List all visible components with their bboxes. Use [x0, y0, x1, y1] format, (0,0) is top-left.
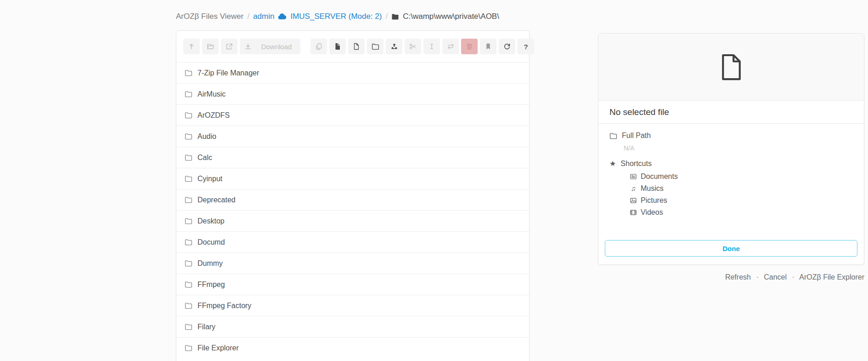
full-path-row: Full Path	[609, 132, 853, 140]
new-folder-button[interactable]	[367, 39, 383, 54]
delete-button[interactable]	[461, 39, 478, 54]
file-name: Cyinput	[197, 175, 222, 183]
file-row[interactable]: Documd	[176, 231, 529, 252]
refresh-button[interactable]	[499, 39, 515, 54]
copy-button[interactable]	[310, 39, 327, 54]
file-name: File Explorer	[197, 344, 239, 352]
file-name: Audio	[197, 132, 216, 141]
file-row[interactable]: FFmpeg	[176, 274, 529, 295]
shortcut-list: Documents ♫ Musics Pictures Videos	[630, 172, 853, 217]
file-row[interactable]: Desktop	[176, 210, 529, 231]
file-row[interactable]: FFmpeg Factory	[176, 295, 529, 316]
file-placeholder-icon	[720, 53, 743, 81]
file-name: ArOZDFS	[197, 111, 230, 120]
selection-heading: No selected file	[598, 101, 864, 124]
file-row[interactable]: Calc	[176, 147, 529, 168]
trash-icon	[466, 43, 473, 50]
shortcut-label: Pictures	[641, 195, 667, 205]
shortcut-pictures[interactable]: Pictures	[630, 195, 853, 205]
shortcut-videos[interactable]: Videos	[630, 207, 853, 217]
paste-button[interactable]	[329, 39, 346, 54]
folder-icon	[185, 196, 192, 203]
file-row[interactable]: Deprecated	[176, 189, 529, 210]
folder-icon	[185, 218, 192, 224]
breadcrumb: ArOZβ Files Viewer / admin IMUS_SERVER (…	[176, 12, 499, 21]
folder-icon	[609, 132, 617, 139]
breadcrumb-separator: /	[385, 12, 388, 21]
download-button[interactable]: Download	[240, 39, 300, 54]
external-link-icon	[225, 43, 233, 50]
full-path-value: N/A	[624, 144, 853, 152]
file-row[interactable]: AirMusic	[176, 83, 529, 104]
upload-button[interactable]	[386, 39, 402, 54]
footer-links: Refresh · Cancel · ArOZβ File Explorer	[598, 273, 864, 281]
cancel-link[interactable]: Cancel	[764, 273, 787, 281]
download-button-label: Download	[256, 43, 300, 51]
copy-icon	[315, 43, 322, 50]
folder-icon	[185, 175, 192, 182]
file-row[interactable]: Filary	[176, 316, 529, 337]
folder-icon	[185, 239, 192, 246]
breadcrumb-server-link[interactable]: IMUS_SERVER (Mode: 2)	[290, 12, 382, 21]
folder-icon	[185, 260, 192, 267]
music-icon: ♫	[630, 183, 637, 193]
star-icon: ★	[609, 159, 616, 168]
file-row[interactable]: Cyinput	[176, 168, 529, 189]
file-list: 7-Zip File Manager AirMusic ArOZDFS Audi…	[176, 62, 529, 358]
new-file-button[interactable]	[348, 39, 365, 54]
documents-icon	[630, 173, 637, 180]
file-name: Calc	[197, 154, 212, 162]
new-file-icon	[353, 43, 360, 50]
shortcut-label: Documents	[641, 172, 678, 181]
file-name: Desktop	[197, 217, 225, 225]
refresh-icon	[503, 43, 511, 50]
folder-icon	[185, 69, 192, 76]
cut-button[interactable]	[405, 39, 421, 54]
up-directory-button[interactable]	[183, 39, 200, 54]
file-row[interactable]: Dummy	[176, 252, 529, 274]
cut-scissors-icon	[409, 43, 417, 50]
folder-open-icon	[207, 43, 214, 50]
done-button-area: Done	[598, 234, 864, 264]
refresh-link[interactable]: Refresh	[725, 273, 751, 281]
selection-panel-card: No selected file Full Path N/A ★ Shortcu…	[598, 33, 864, 265]
bookmark-button[interactable]	[480, 39, 496, 54]
file-name: AirMusic	[197, 90, 225, 98]
done-button[interactable]: Done	[605, 240, 857, 257]
download-icon	[240, 43, 256, 50]
rename-cursor-icon	[428, 43, 435, 50]
file-row[interactable]: 7-Zip File Manager	[176, 62, 529, 83]
file-preview-area	[598, 34, 864, 101]
move-button[interactable]	[442, 39, 459, 54]
folder-icon	[185, 154, 192, 161]
file-name: Dummy	[197, 259, 223, 268]
upload-icon	[390, 43, 398, 50]
folder-icon	[185, 133, 192, 140]
folder-icon	[185, 323, 192, 330]
help-button[interactable]: ?	[518, 39, 534, 54]
bookmark-icon	[485, 43, 492, 50]
file-name: Deprecated	[197, 196, 236, 204]
app-title: ArOZβ Files Viewer	[176, 12, 243, 21]
rename-button[interactable]	[423, 39, 440, 54]
breadcrumb-separator: /	[247, 12, 249, 21]
shortcuts-row: ★ Shortcuts	[609, 159, 853, 168]
toolbar: Download	[176, 31, 529, 62]
file-row[interactable]: Audio	[176, 126, 529, 147]
breadcrumb-user-link[interactable]: admin	[253, 12, 274, 21]
file-name: Documd	[197, 238, 225, 246]
paste-icon	[334, 43, 341, 50]
file-explorer-link[interactable]: ArOZβ File Explorer	[799, 273, 864, 281]
file-row[interactable]: File Explorer	[176, 337, 529, 358]
file-row[interactable]: ArOZDFS	[176, 104, 529, 126]
file-name: Filary	[197, 323, 215, 331]
file-browser-card: Download	[176, 30, 530, 361]
file-name: FFmpeg	[197, 281, 225, 289]
selection-details: Full Path N/A ★ Shortcuts Documents ♫ Mu…	[598, 124, 864, 234]
arrow-up-icon	[188, 43, 195, 50]
open-button[interactable]	[202, 39, 219, 54]
shortcut-documents[interactable]: Documents	[630, 172, 853, 181]
folder-icon	[185, 112, 192, 119]
open-in-new-button[interactable]	[221, 39, 237, 54]
shortcut-musics[interactable]: ♫ Musics	[630, 183, 853, 193]
